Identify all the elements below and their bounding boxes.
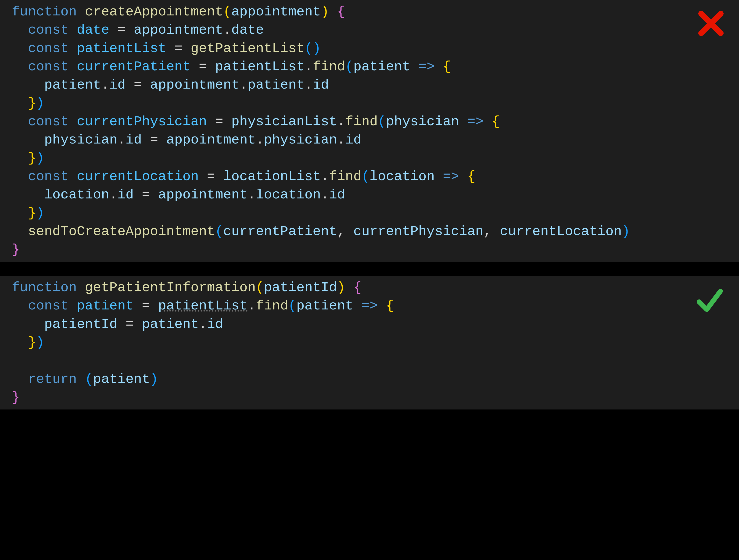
- var-name: currentLocation: [77, 169, 199, 184]
- code-block-bad: function createAppointment(appointment) …: [12, 3, 730, 259]
- arg: currentPhysician: [353, 224, 483, 239]
- prop: date: [232, 22, 264, 38]
- prop: id: [207, 317, 223, 332]
- kw-const: const: [28, 22, 69, 38]
- fn-call: getPatientList: [191, 41, 305, 56]
- arrow-param: patient: [353, 59, 410, 74]
- kw-function: function: [12, 280, 77, 295]
- code-panel-bad: function createAppointment(appointment) …: [0, 0, 739, 262]
- check-icon: [695, 285, 725, 323]
- kw-const: const: [28, 41, 69, 56]
- kw-const: const: [28, 59, 69, 74]
- kw-const: const: [28, 169, 69, 184]
- var-name: currentPhysician: [77, 114, 207, 129]
- kw-function: function: [12, 4, 77, 19]
- obj: appointment: [150, 78, 240, 93]
- prop: location: [256, 187, 321, 202]
- var-name: patient: [77, 298, 134, 313]
- var-name: date: [77, 22, 109, 38]
- prop: id: [118, 187, 134, 202]
- fn-call: find: [313, 59, 345, 74]
- fn-name: getPatientInformation: [85, 280, 256, 295]
- kw-return: return: [28, 372, 77, 387]
- fn-name: createAppointment: [85, 4, 223, 19]
- obj: locationList: [223, 169, 321, 184]
- arrow-param: location: [370, 169, 435, 184]
- obj: physician: [44, 132, 117, 147]
- kw-const: const: [28, 114, 69, 129]
- param: appointment: [232, 4, 321, 19]
- obj: physicianList: [232, 114, 337, 129]
- fn-call: find: [329, 169, 361, 184]
- arrow-param: patient: [296, 298, 353, 313]
- code-block-good: function getPatientInformation(patientId…: [12, 279, 730, 407]
- param: patientId: [264, 280, 337, 295]
- var: patientId: [44, 317, 117, 332]
- obj: patientList: [215, 59, 305, 74]
- prop: patient: [248, 78, 305, 93]
- return-val: patient: [93, 372, 150, 387]
- obj: patient: [44, 78, 101, 93]
- code-panel-good: function getPatientInformation(patientId…: [0, 276, 739, 410]
- fn-call: find: [345, 114, 378, 129]
- prop: id: [345, 132, 361, 147]
- arrow-param: physician: [386, 114, 459, 129]
- prop: id: [109, 78, 126, 93]
- prop: id: [126, 132, 142, 147]
- obj: location: [44, 187, 109, 202]
- var-name: patientList: [77, 41, 166, 56]
- obj: appointment: [166, 132, 256, 147]
- arg: currentPatient: [223, 224, 337, 239]
- kw-const: const: [28, 298, 69, 313]
- cross-icon: [697, 9, 725, 45]
- prop: id: [329, 187, 345, 202]
- obj: patientList: [158, 298, 248, 313]
- obj: appointment: [134, 22, 223, 38]
- fn-call: sendToCreateAppointment: [28, 224, 215, 239]
- var-name: currentPatient: [77, 59, 190, 74]
- obj: patient: [142, 317, 199, 332]
- arg: currentLocation: [500, 224, 622, 239]
- prop: physician: [264, 132, 337, 147]
- fn-call: find: [256, 298, 288, 313]
- prop: id: [313, 78, 329, 93]
- obj: appointment: [158, 187, 248, 202]
